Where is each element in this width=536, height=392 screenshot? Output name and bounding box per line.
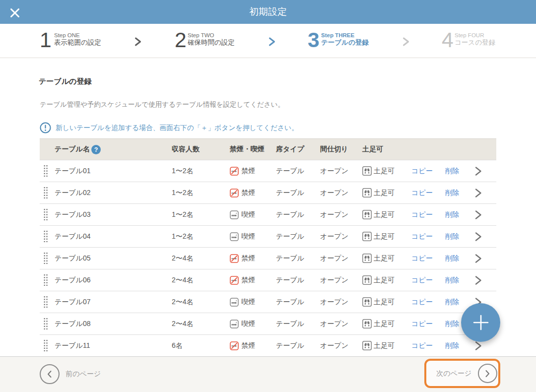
svg-text:?: ?	[94, 146, 98, 153]
